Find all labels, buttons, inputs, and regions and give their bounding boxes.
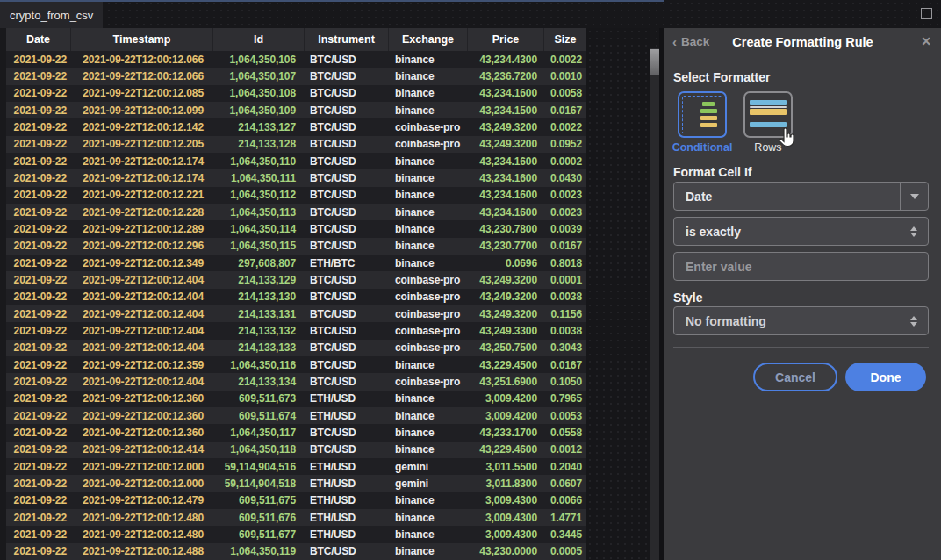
table-row[interactable]: 2021-09-222021-09-22T12:00:12.3601,064,3… xyxy=(6,424,586,441)
table-body: 2021-09-222021-09-22T12:00:12.0661,064,3… xyxy=(6,51,586,560)
cell-instrument: BTC/USD xyxy=(305,238,389,255)
cell-exchange: binance xyxy=(389,424,468,441)
table-row[interactable]: 2021-09-222021-09-22T12:00:12.4141,064,3… xyxy=(6,442,586,458)
cell-price: 43,229.4500 xyxy=(468,356,544,373)
cell-timestamp: 2021-09-22T12:00:12.000 xyxy=(71,475,213,492)
table-row[interactable]: 2021-09-222021-09-22T12:00:12.2211,064,3… xyxy=(6,187,586,204)
cell-id: 609,511,674 xyxy=(213,407,305,424)
column-header-price[interactable]: Price xyxy=(468,28,544,51)
cancel-button[interactable]: Cancel xyxy=(753,363,837,391)
cell-size: 0.0010 xyxy=(544,68,586,84)
table-row[interactable]: 2021-09-222021-09-22T12:00:12.2281,064,3… xyxy=(6,204,586,220)
vertical-scrollbar[interactable] xyxy=(650,48,659,560)
sort-arrows-icon xyxy=(910,226,917,237)
cell-size: 0.0022 xyxy=(544,118,586,135)
close-icon[interactable]: ✕ xyxy=(921,34,931,48)
tab-crypto-from-csv[interactable]: crypto_from_csv xyxy=(0,2,103,28)
formatter-option-conditional[interactable]: Conditional xyxy=(676,91,729,154)
cell-id: 609,511,675 xyxy=(213,492,305,509)
table-row[interactable]: 2021-09-222021-09-22T12:00:12.142214,133… xyxy=(6,118,586,135)
cell-exchange: binance xyxy=(389,238,468,255)
table-row[interactable]: 2021-09-222021-09-22T12:00:12.2961,064,3… xyxy=(6,238,586,255)
cell-date: 2021-09-22 xyxy=(6,442,71,458)
scrollbar-thumb[interactable] xyxy=(650,49,659,75)
column-header-exchange[interactable]: Exchange xyxy=(389,28,468,51)
cell-price: 43,236.7200 xyxy=(468,68,544,84)
cell-size: 0.0005 xyxy=(544,543,586,560)
formatter-option-rows[interactable]: Rows xyxy=(742,91,794,154)
table-row[interactable]: 2021-09-222021-09-22T12:00:12.349297,608… xyxy=(6,255,586,271)
table-row[interactable]: 2021-09-222021-09-22T12:00:12.0851,064,3… xyxy=(6,85,586,102)
cell-id: 214,133,132 xyxy=(213,322,305,339)
table-row[interactable]: 2021-09-222021-09-22T12:00:12.0991,064,3… xyxy=(6,102,586,118)
cell-price: 43,234.1600 xyxy=(468,85,544,102)
cell-size: 0.0058 xyxy=(544,85,586,102)
cell-size: 0.7965 xyxy=(544,391,586,407)
cell-date: 2021-09-22 xyxy=(6,136,71,153)
cell-size: 0.0558 xyxy=(544,424,586,441)
caret-down-icon xyxy=(900,183,928,210)
table-row[interactable]: 2021-09-222021-09-22T12:00:12.00059,114,… xyxy=(6,458,586,475)
cell-price: 43,249.3200 xyxy=(468,271,544,288)
cell-instrument: BTC/USD xyxy=(305,102,389,118)
table-row[interactable]: 2021-09-222021-09-22T12:00:12.1741,064,3… xyxy=(6,153,586,169)
cell-price: 43,234.1500 xyxy=(468,102,544,118)
table-row[interactable]: 2021-09-222021-09-22T12:00:12.404214,133… xyxy=(6,271,586,288)
cell-instrument: BTC/USD xyxy=(305,424,389,441)
cell-instrument: BTC/USD xyxy=(305,187,389,204)
column-select[interactable]: Date xyxy=(673,182,929,211)
column-header-date[interactable]: Date xyxy=(6,28,71,51)
column-header-size[interactable]: Size xyxy=(544,28,586,51)
table-row[interactable]: 2021-09-222021-09-22T12:00:12.4881,064,3… xyxy=(6,543,586,560)
table-row[interactable]: 2021-09-222021-09-22T12:00:12.360609,511… xyxy=(6,407,586,424)
cell-instrument: BTC/USD xyxy=(305,373,389,390)
table-row[interactable]: 2021-09-222021-09-22T12:00:12.1741,064,3… xyxy=(6,169,586,186)
table-row[interactable]: 2021-09-222021-09-22T12:00:12.3591,064,3… xyxy=(6,356,586,373)
table-row[interactable]: 2021-09-222021-09-22T12:00:12.404214,133… xyxy=(6,305,586,322)
table-row[interactable]: 2021-09-222021-09-22T12:00:12.404214,133… xyxy=(6,340,586,356)
cell-id: 1,064,350,114 xyxy=(213,220,305,237)
formatter-label-rows: Rows xyxy=(754,141,781,154)
cell-price: 0.0696 xyxy=(468,255,544,271)
cell-price: 43,249.3200 xyxy=(468,118,544,135)
cell-size: 0.1050 xyxy=(544,373,586,390)
cell-size: 0.0167 xyxy=(544,356,586,373)
table-row[interactable]: 2021-09-222021-09-22T12:00:12.2891,064,3… xyxy=(6,220,586,237)
table-row[interactable]: 2021-09-222021-09-22T12:00:12.404214,133… xyxy=(6,373,586,390)
cell-price: 43,251.6900 xyxy=(468,373,544,390)
cell-id: 1,064,350,118 xyxy=(213,442,305,458)
cell-id: 1,064,350,116 xyxy=(213,356,305,373)
cell-price: 3,011.5500 xyxy=(468,458,544,475)
cell-instrument: BTC/USD xyxy=(305,442,389,458)
operator-select[interactable]: is exactly xyxy=(673,217,929,246)
table-row[interactable]: 2021-09-222021-09-22T12:00:12.404214,133… xyxy=(6,289,586,305)
select-formatter-label: Select Formatter xyxy=(673,70,770,84)
value-input[interactable] xyxy=(674,259,928,275)
table-row[interactable]: 2021-09-222021-09-22T12:00:12.360609,511… xyxy=(6,391,586,407)
maximize-icon[interactable] xyxy=(921,8,932,19)
table-row[interactable]: 2021-09-222021-09-22T12:00:12.480609,511… xyxy=(6,509,586,526)
style-select[interactable]: No formatting xyxy=(673,306,929,335)
column-header-id[interactable]: Id xyxy=(213,28,305,51)
cell-size: 0.3043 xyxy=(544,340,586,356)
cell-instrument: BTC/USD xyxy=(305,169,389,186)
cell-size: 0.0167 xyxy=(544,102,586,118)
table-row[interactable]: 2021-09-222021-09-22T12:00:12.205214,133… xyxy=(6,136,586,153)
column-header-instrument[interactable]: Instrument xyxy=(305,28,389,51)
done-button[interactable]: Done xyxy=(845,363,926,391)
cell-id: 1,064,350,108 xyxy=(213,85,305,102)
table-row[interactable]: 2021-09-222021-09-22T12:00:12.404214,133… xyxy=(6,322,586,339)
rows-formatter-icon xyxy=(743,91,793,138)
table-row[interactable]: 2021-09-222021-09-22T12:00:12.0661,064,3… xyxy=(6,51,586,68)
column-header-timestamp[interactable]: Timestamp xyxy=(71,28,213,51)
cell-timestamp: 2021-09-22T12:00:12.360 xyxy=(71,391,213,407)
cell-timestamp: 2021-09-22T12:00:12.221 xyxy=(71,187,213,204)
table-row[interactable]: 2021-09-222021-09-22T12:00:12.00059,114,… xyxy=(6,475,586,492)
cell-date: 2021-09-22 xyxy=(6,407,71,424)
table-row[interactable]: 2021-09-222021-09-22T12:00:12.0661,064,3… xyxy=(6,68,586,84)
cell-instrument: BTC/USD xyxy=(305,153,389,169)
table-row[interactable]: 2021-09-222021-09-22T12:00:12.479609,511… xyxy=(6,492,586,509)
cell-timestamp: 2021-09-22T12:00:12.205 xyxy=(71,136,213,153)
cell-instrument: BTC/USD xyxy=(305,305,389,322)
table-row[interactable]: 2021-09-222021-09-22T12:00:12.480609,511… xyxy=(6,526,586,542)
